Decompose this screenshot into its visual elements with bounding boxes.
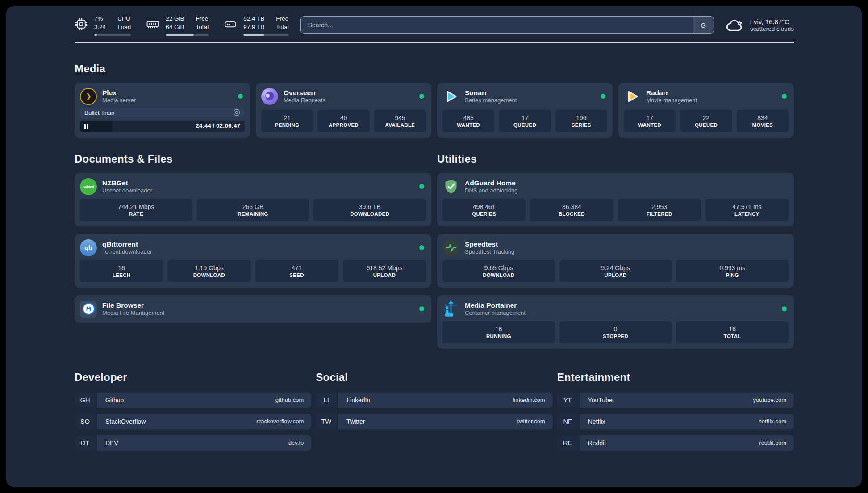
radarr-card[interactable]: Radarr Movie management 17WANTED 22QUEUE…: [618, 83, 794, 138]
bookmark-name: Netflix: [588, 418, 605, 425]
app-name: AdGuard Home: [465, 179, 518, 187]
nzbget-icon: nzbget: [80, 178, 97, 195]
bookmark-twitter[interactable]: TW Twittertwitter.com: [316, 414, 552, 429]
bookmark-name: DEV: [105, 439, 118, 447]
adguard-icon: [442, 178, 459, 195]
stat-value: 40: [340, 114, 347, 121]
stat-label: DOWNLOAD: [193, 272, 225, 278]
top-bar: 7% CPU 3.24 Load 22 GiB: [75, 15, 794, 36]
cpu-icon: [75, 17, 88, 31]
stat-tile: 9.24 GbpsUPLOAD: [559, 260, 672, 282]
stat-tile: 16LEECH: [80, 260, 163, 282]
bookmark-domain: reddit.com: [759, 439, 786, 446]
app-name: Media Portainer: [465, 301, 526, 309]
bookmark-reddit[interactable]: RE Redditreddit.com: [557, 435, 794, 451]
sonarr-card[interactable]: Sonarr Series management 485WANTED 17QUE…: [437, 83, 613, 138]
stat-tile: 485WANTED: [442, 110, 494, 132]
system-stats: 7% CPU 3.24 Load 22 GiB: [75, 15, 289, 36]
stat-label: RUNNING: [486, 334, 511, 339]
stat-label: QUEUED: [513, 122, 536, 128]
app-desc: Media Requests: [284, 97, 326, 104]
stat-tile: 196SERIES: [555, 110, 607, 132]
stat-label: DOWNLOADED: [350, 211, 389, 217]
sonarr-icon: [442, 88, 459, 105]
plex-card[interactable]: ❯ Plex Media server Bullet Train: [75, 83, 250, 138]
section-title-developer: Developer: [75, 371, 311, 384]
bookmark-github[interactable]: GH Githubgithub.com: [75, 393, 311, 408]
stat-value: 945: [395, 114, 405, 121]
app-desc: Usenet downloader: [102, 187, 152, 195]
nzbget-card[interactable]: nzbget NZBGet Usenet downloader 744.21 M…: [75, 173, 431, 226]
stat-tile: 1.19 GbpsDOWNLOAD: [167, 260, 250, 282]
stat-tile: 17QUEUED: [499, 110, 551, 132]
radarr-icon: [624, 88, 641, 105]
stat-tile: 17WANTED: [624, 110, 676, 132]
stat-tile: 39.6 TBDOWNLOADED: [313, 199, 426, 221]
stat-label: LATENCY: [734, 211, 760, 217]
header-divider: [75, 42, 794, 43]
stat-label: WANTED: [457, 122, 480, 128]
speedtest-card[interactable]: Speedtest Speedtest Tracking 9.65 GbpsDO…: [437, 234, 794, 288]
search-engine-button[interactable]: G: [693, 17, 714, 33]
bookmark-domain: github.com: [275, 397, 304, 403]
section-title-media: Media: [75, 63, 794, 75]
app-name: NZBGet: [102, 179, 152, 187]
disk-total: 97.9 TB: [243, 23, 264, 32]
bookmark-dev[interactable]: DT DEVdev.to: [75, 435, 311, 451]
overseerr-icon: [261, 88, 278, 105]
bookmark-stackoverflow[interactable]: SO StackOverflowstackoverflow.com: [75, 414, 311, 429]
bookmark-abbr: NF: [557, 414, 578, 429]
section-entertainment: Entertainment YT YouTubeyoutube.com NF N…: [557, 371, 794, 457]
section-documents: Documents & Files nzbget NZBGet Usenet d…: [75, 153, 431, 323]
app-desc: Speedtest Tracking: [465, 248, 514, 256]
stat-label: REMAINING: [238, 211, 268, 217]
bookmark-abbr: GH: [75, 393, 96, 408]
section-social: Social LI LinkedInlinkedin.com TW Twitte…: [316, 371, 552, 435]
plex-icon: ❯: [80, 88, 97, 105]
app-name: Overseerr: [284, 88, 326, 97]
stat-value: 471: [292, 264, 302, 272]
stat-tile: 834MOVIES: [737, 110, 789, 132]
cpu-load-label: Load: [117, 23, 131, 32]
stat-label: TOTAL: [724, 334, 741, 339]
pause-icon[interactable]: [84, 124, 88, 129]
now-playing-title: Bullet Train: [84, 109, 115, 116]
stat-label: MOVIES: [752, 122, 773, 128]
bookmark-youtube[interactable]: YT YouTubeyoutube.com: [557, 393, 794, 408]
app-desc: Movie management: [646, 97, 697, 104]
app-name: Radarr: [646, 88, 697, 97]
portainer-card[interactable]: Media Portainer Container management 16R…: [437, 295, 794, 349]
status-dot: [419, 306, 424, 311]
adguard-card[interactable]: AdGuard Home DNS and adblocking 498,461Q…: [437, 173, 794, 226]
stat-value: 0: [614, 326, 618, 333]
app-name: qBittorrent: [102, 240, 152, 248]
app-desc: Media File Management: [102, 309, 164, 317]
stat-value: 21: [284, 114, 291, 121]
stat-value: 16: [118, 264, 125, 272]
stat-label: AVAILABLE: [385, 122, 415, 128]
search-input[interactable]: [301, 17, 693, 33]
qbittorrent-card[interactable]: qb qBittorrent Torrent downloader 16LEEC…: [75, 234, 431, 288]
stat-tile: 22QUEUED: [680, 110, 732, 132]
stat-tile: 40APPROVED: [317, 110, 369, 132]
overseerr-card[interactable]: Overseerr Media Requests 21PENDING 40APP…: [256, 83, 431, 138]
section-utilities: Utilities AdGuard Home DNS and adblockin…: [437, 153, 794, 349]
stat-value: 22: [703, 114, 710, 121]
bookmark-domain: dev.to: [288, 439, 304, 446]
playback-progress[interactable]: 24:44 / 02:06:47: [80, 121, 245, 132]
status-dot: [782, 94, 787, 99]
disk-free: 52.4 TB: [243, 15, 264, 23]
app-name: Speedtest: [465, 240, 514, 248]
stat-value: 0.993 ms: [719, 264, 745, 272]
bookmark-name: Reddit: [588, 439, 606, 447]
cpu-stat: 7% CPU 3.24 Load: [75, 15, 131, 36]
view-settings-icon[interactable]: [233, 109, 240, 116]
bookmark-linkedin[interactable]: LI LinkedInlinkedin.com: [316, 393, 552, 408]
section-title-documents: Documents & Files: [75, 153, 431, 165]
filebrowser-card[interactable]: File Browser Media File Management: [75, 295, 431, 323]
stat-value: 16: [495, 326, 502, 333]
qbittorrent-icon: qb: [80, 239, 97, 256]
ram-stat: 22 GiB Free 64 GiB Total: [146, 15, 209, 36]
bookmark-netflix[interactable]: NF Netflixnetflix.com: [557, 414, 794, 429]
status-dot: [601, 94, 605, 99]
